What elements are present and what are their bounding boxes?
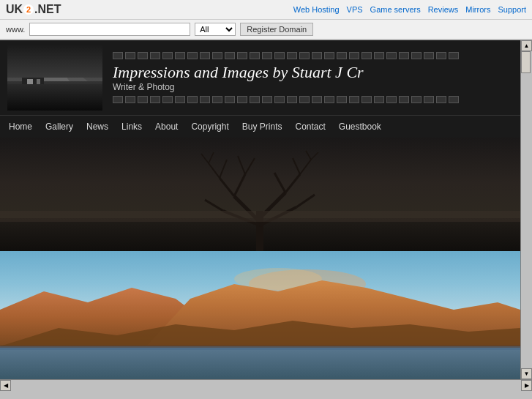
film-hole	[250, 96, 260, 103]
film-hole	[187, 52, 198, 59]
filmstrip-top	[110, 50, 520, 61]
svg-marker-3	[40, 61, 70, 81]
site-header: Impressions and Images by Stuart J Cr Wr…	[0, 40, 520, 115]
nav-support[interactable]: Support	[498, 5, 526, 14]
svg-rect-38	[0, 346, 520, 379]
film-hole	[150, 52, 160, 59]
svg-rect-43	[0, 345, 520, 348]
film-hole	[175, 52, 185, 59]
content-wrapper: Impressions and Images by Stuart J Cr Wr…	[0, 40, 532, 379]
nav-vps[interactable]: VPS	[347, 5, 363, 14]
film-hole	[349, 52, 359, 59]
svg-rect-9	[37, 79, 40, 84]
film-hole	[138, 96, 148, 103]
domain-input[interactable]	[29, 23, 190, 36]
nav-web-hosting[interactable]: Web Hosting	[293, 5, 340, 14]
nav-home[interactable]: Home	[9, 122, 32, 132]
scrollbar-thumb[interactable]	[521, 51, 531, 73]
svg-rect-1	[7, 45, 102, 81]
film-hole	[187, 96, 198, 103]
thumbnail-image	[7, 45, 102, 111]
film-hole	[212, 52, 222, 59]
svg-marker-7	[18, 67, 48, 75]
film-hole	[299, 96, 310, 103]
film-hole	[324, 52, 334, 59]
filmstrip-bottom	[110, 94, 520, 105]
film-hole	[274, 96, 285, 103]
scrollbar-track[interactable]	[521, 51, 532, 368]
svg-rect-5	[7, 81, 102, 111]
upper-hero-image	[0, 138, 520, 251]
film-hole	[287, 96, 297, 103]
nav-news[interactable]: News	[86, 122, 108, 132]
film-hole	[200, 52, 210, 59]
film-hole	[349, 96, 359, 103]
film-hole	[225, 96, 235, 103]
film-hole	[162, 52, 173, 59]
uk2net-logo: UK2.NET	[6, 3, 61, 16]
svg-rect-8	[27, 79, 33, 84]
nav-mirrors[interactable]: Mirrors	[465, 5, 490, 14]
nav-about[interactable]: About	[155, 122, 178, 132]
scroll-up-button[interactable]: ▲	[521, 40, 532, 51]
film-hole	[200, 96, 210, 103]
film-hole	[374, 96, 384, 103]
film-hole	[175, 96, 185, 103]
top-bar: UK2.NET Web Hosting VPS Game servers Rev…	[0, 0, 532, 20]
tld-select[interactable]: All .com .co.uk .net .org	[195, 23, 236, 36]
site-subtitle: Writer & Photog	[113, 82, 517, 92]
filmstrip-area: Impressions and Images by Stuart J Cr Wr…	[110, 50, 520, 105]
film-hole	[449, 96, 459, 103]
site-nav: Home Gallery News Links About Copyright …	[0, 115, 520, 138]
nav-copyright[interactable]: Copyright	[191, 122, 228, 132]
film-hole	[436, 52, 446, 59]
film-hole	[262, 96, 272, 103]
film-hole	[225, 52, 235, 59]
film-hole	[237, 52, 247, 59]
nav-guestbook[interactable]: Guestbook	[339, 122, 381, 132]
film-hole	[399, 96, 409, 103]
nav-buy-prints[interactable]: Buy Prints	[242, 122, 282, 132]
logo-net: .NET	[34, 3, 61, 16]
nav-gallery[interactable]: Gallery	[45, 122, 73, 132]
register-domain-button[interactable]: Register Domain	[240, 23, 313, 36]
film-hole	[374, 52, 384, 59]
hero-section	[0, 138, 520, 379]
film-hole	[125, 96, 135, 103]
film-hole	[436, 96, 446, 103]
scrollbar-h-track[interactable]	[11, 380, 521, 391]
film-hole	[274, 52, 285, 59]
film-hole	[125, 52, 135, 59]
film-hole	[449, 52, 459, 59]
site-title: Impressions and Images by Stuart J Cr	[113, 63, 517, 82]
address-bar: www. All .com .co.uk .net .org Register …	[0, 20, 532, 40]
film-hole	[411, 96, 422, 103]
nav-links[interactable]: Links	[121, 122, 142, 132]
logo-two: 2	[23, 4, 34, 15]
film-hole	[138, 52, 148, 59]
vertical-scrollbar[interactable]: ▲ ▼	[520, 40, 532, 379]
horizontal-scrollbar[interactable]: ◀ ▶	[0, 379, 532, 391]
top-nav: Web Hosting VPS Game servers Reviews Mir…	[293, 5, 526, 14]
site-thumbnail	[7, 45, 102, 111]
film-hole	[312, 52, 322, 59]
nav-game-servers[interactable]: Game servers	[370, 5, 421, 14]
scroll-down-button[interactable]: ▼	[521, 368, 532, 379]
film-hole	[424, 52, 434, 59]
svg-marker-2	[22, 56, 88, 81]
logo-uk: UK	[6, 3, 23, 16]
lower-hero-image	[0, 251, 520, 379]
film-hole	[299, 52, 310, 59]
film-hole	[287, 52, 297, 59]
film-hole	[312, 96, 322, 103]
film-hole	[337, 96, 347, 103]
nav-contact[interactable]: Contact	[295, 122, 325, 132]
nav-reviews[interactable]: Reviews	[428, 5, 459, 14]
film-hole	[411, 52, 422, 59]
scroll-right-button[interactable]: ▶	[521, 380, 532, 391]
film-hole	[113, 52, 123, 59]
scroll-left-button[interactable]: ◀	[0, 380, 11, 391]
film-hole	[150, 96, 160, 103]
svg-rect-34	[0, 211, 520, 222]
film-hole	[262, 52, 272, 59]
